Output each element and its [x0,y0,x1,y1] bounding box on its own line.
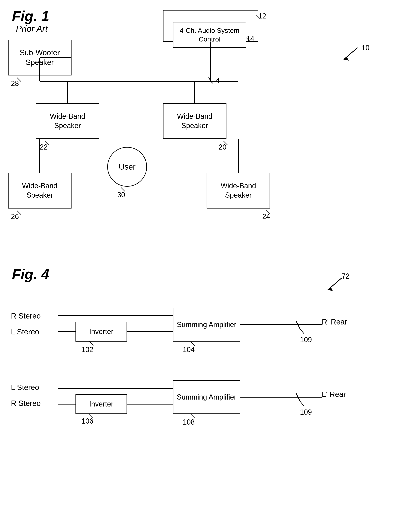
ref-10: 10 [362,44,370,52]
subwoofer-box: Sub-Woofer Speaker [8,40,72,76]
ref-109-1: 109 [300,336,312,344]
ref-14: 14 [246,35,254,43]
diagram-lines: 4 [0,0,410,532]
svg-line-18 [296,321,300,329]
ref-20: 20 [219,143,227,151]
r-rear-label: R' Rear [322,318,347,326]
wb-speaker-bl: Wide-Band Speaker [8,173,72,209]
audio-system-box: 4-Ch. Audio System Control [173,22,246,48]
svg-marker-13 [328,287,333,291]
ref-102: 102 [81,345,93,354]
inverter-box-1: Inverter [76,322,127,342]
fig4-title: Fig. 4 [12,266,49,282]
svg-line-27 [191,414,195,418]
r-stereo-label-1: R Stereo [11,312,41,320]
ref-104: 104 [183,345,195,354]
summing-amp-box-2: Summing Amplifier [173,380,240,414]
r-stereo-label-2: R Stereo [11,399,41,408]
svg-marker-11 [344,57,349,61]
ref-109-2: 109 [300,408,312,417]
ref-28: 28 [11,79,19,88]
svg-line-8 [209,77,212,83]
page: Fig. 1 Prior Art 10 Computer 4-Ch. Audio… [0,0,410,532]
summing-amp-box-1: Summing Amplifier [173,308,240,342]
wb-speaker-br: Wide-Band Speaker [207,173,270,209]
user-circle: User [107,147,147,187]
svg-line-29 [300,401,304,406]
ref-22: 22 [40,143,48,151]
ref-24: 24 [262,212,270,221]
fig1-title: Fig. 1 [12,8,49,24]
ref-30: 30 [117,191,125,199]
svg-line-10 [344,48,358,60]
ref-72: 72 [342,272,350,280]
svg-line-28 [300,329,304,334]
svg-text:4: 4 [216,76,220,85]
ref-108: 108 [183,418,195,426]
svg-line-12 [328,278,342,290]
wb-speaker-tl: Wide-Band Speaker [36,103,99,139]
inverter-box-2: Inverter [76,394,127,414]
ref-12: 12 [258,12,266,20]
prior-art-label: Prior Art [16,24,48,34]
svg-line-25 [191,342,195,345]
ref-106: 106 [81,417,93,425]
wb-speaker-tr: Wide-Band Speaker [163,103,227,139]
l-stereo-label-2: L Stereo [11,383,39,392]
l-rear-label: L' Rear [322,390,346,399]
ref-26: 26 [11,212,19,221]
l-stereo-label-1: L Stereo [11,328,39,336]
svg-line-23 [296,393,300,401]
svg-line-24 [89,342,93,345]
